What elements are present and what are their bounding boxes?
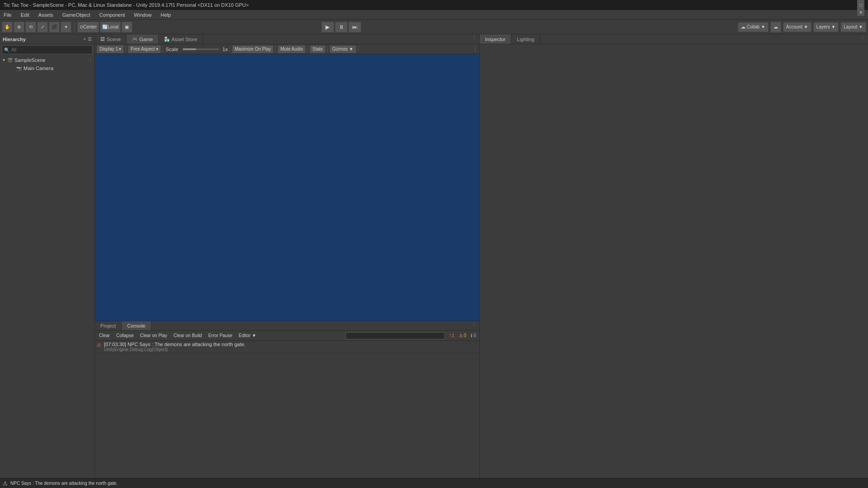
scene-tabs-more[interactable]: ⋮ [472,34,479,44]
center-button[interactable]: ⊙ Center [77,22,99,33]
play-controls-group: ▶ ⏸ ⏭ [321,22,361,33]
aspect-button[interactable]: Free Aspect ▾ [128,45,160,53]
scene-tab-icon: 🖼 [100,37,105,42]
hierarchy-search-bar[interactable]: 🔍 [2,45,93,54]
play-button[interactable]: ▶ [321,22,334,33]
samplescene-label: SampleScene [14,57,46,63]
tab-game[interactable]: 🎮 Game [127,34,159,44]
menu-assets[interactable]: Assets [37,11,55,19]
asset-store-icon: 🏪 [164,37,170,42]
hierarchy-panel: Hierarchy + ☰ 🔍 ▼ 🎬 SampleScene ⋮ 📷 Main… [0,34,95,488]
center-label: Center [83,24,97,29]
maximize-button[interactable]: □ [857,1,864,9]
tab-project[interactable]: Project [95,321,122,330]
console-content: ⚠ [07:03:30] NPC Says : The demons are a… [95,341,479,488]
menu-window[interactable]: Window [132,11,153,19]
gizmos-button[interactable]: Gizmos ▼ [330,45,356,53]
tool-transform[interactable]: ✦ [61,22,71,33]
layers-button[interactable]: Layers ▼ [813,22,839,32]
clear-on-play-button[interactable]: Clear on Play [138,332,170,340]
local-icon: 🔄 [102,24,108,29]
warning-count: 0 [464,333,467,338]
close-button[interactable]: ✕ [857,9,864,16]
search-icon: 🔍 [4,47,9,52]
tab-asset-store[interactable]: 🏪 Asset Store [159,34,203,44]
menu-file[interactable]: File [2,11,14,19]
inspector-tabs: Inspector Lighting ⋮ [480,34,868,44]
hierarchy-add-icon[interactable]: + [83,37,86,42]
toolbar-right-group: ☁ Collab ▼ Account ▼ Layers ▼ Layout ▼ [738,22,866,33]
scale-label: Scale [166,47,179,52]
menu-edit[interactable]: Edit [19,11,31,19]
error-icon: ! [450,333,451,338]
console-error-icon: ⚠ [97,342,101,348]
pivot-icon: ⊙ [80,24,83,29]
tree-item-maincamera[interactable]: 📷 Main Camera [0,64,94,72]
stats-button[interactable]: Stats [310,45,326,53]
console-entry-0[interactable]: ⚠ [07:03:30] NPC Says : The demons are a… [95,341,479,353]
tool-rect[interactable]: ⬛ [49,22,60,33]
game-sep-4 [275,46,276,52]
console-tabs-more[interactable]: ⋮ [472,321,479,330]
display-label: Display 1 [99,47,118,52]
menu-component[interactable]: Component [97,11,127,19]
tool-scale[interactable]: ⤢ [37,22,48,33]
console-badges: ! 1 ⚠ 0 ℹ 0 [448,332,477,339]
maximize-on-play-button[interactable]: Maximize On Play [232,45,274,53]
clear-on-build-button[interactable]: Clear on Build [171,332,204,340]
warning-badge[interactable]: ⚠ 0 [458,332,468,339]
error-pause-button[interactable]: Error Pause [206,332,235,340]
display-button[interactable]: Display 1 ▾ [97,45,124,53]
layout-label: Layout ▼ [844,24,863,29]
tree-more-icon[interactable]: ⋮ [88,58,94,63]
status-message: NPC Says : The demons are attacking the … [10,481,118,486]
collapse-button[interactable]: Collapse [114,332,136,340]
hierarchy-header-icons: + ☰ [83,37,92,42]
info-badge[interactable]: ℹ 0 [469,332,477,339]
tab-inspector[interactable]: Inspector [480,34,511,44]
custom-tool-button[interactable]: ▣ [122,22,132,33]
layout-button[interactable]: Layout ▼ [840,22,866,32]
tree-toggle-samplescene[interactable]: ▼ [2,58,7,62]
hierarchy-menu-icon[interactable]: ☰ [88,37,92,42]
console-search-input[interactable] [345,332,445,339]
tab-scene[interactable]: 🖼 Scene [95,34,127,44]
scale-slider[interactable] [183,48,219,50]
editor-dropdown-button[interactable]: Editor ▼ [236,332,259,340]
tool-rotate[interactable]: ⟲ [25,22,36,33]
tab-console[interactable]: Console [122,321,151,330]
console-project-tabs: Project Console ⋮ [95,321,479,331]
info-count: 0 [473,333,476,338]
transform-tools-group: ✋ ⊕ ⟲ ⤢ ⬛ ✦ [2,22,71,33]
inspector-tabs-more[interactable]: ⋮ [860,34,868,44]
step-button[interactable]: ⏭ [349,22,361,33]
lighting-tab-label: Lighting [517,37,534,42]
error-badge[interactable]: ! 1 [448,332,456,339]
cloud-button[interactable] [770,22,781,33]
game-view[interactable] [95,54,479,321]
title-bar: Tic Tac Toe - SampleScene - PC, Mac & Li… [0,0,868,10]
scene-tab-label: Scene [107,37,121,42]
center-area: 🖼 Scene 🎮 Game 🏪 Asset Store ⋮ Display 1… [95,34,479,488]
tool-move[interactable]: ⊕ [14,22,24,33]
menu-bar: File Edit Assets GameObject Component Wi… [0,10,868,20]
clear-button[interactable]: Clear [97,332,112,340]
hierarchy-search-input[interactable] [11,47,90,52]
display-arrow: ▾ [119,47,121,52]
menu-gameobject[interactable]: GameObject [61,11,92,19]
status-icon: ⚠ [3,480,8,487]
tree-item-samplescene[interactable]: ▼ 🎬 SampleScene ⋮ [0,56,94,64]
game-toolbar-more[interactable]: ⋮ [473,47,477,52]
collab-button[interactable]: ☁ Collab ▼ [738,22,769,32]
mute-audio-button[interactable]: Mute Audio [278,45,306,53]
status-bar: ⚠ NPC Says : The demons are attacking th… [0,478,868,488]
tab-lighting[interactable]: Lighting [511,34,540,44]
aspect-label: Free Aspect [131,47,155,52]
title-controls: ─ □ ✕ [857,0,864,16]
menu-help[interactable]: Help [159,11,173,19]
tool-hand[interactable]: ✋ [2,22,13,33]
account-button[interactable]: Account ▼ [783,22,811,32]
pause-button[interactable]: ⏸ [335,22,348,33]
asset-store-label: Asset Store [171,37,197,42]
local-button[interactable]: 🔄 Local [100,22,121,33]
